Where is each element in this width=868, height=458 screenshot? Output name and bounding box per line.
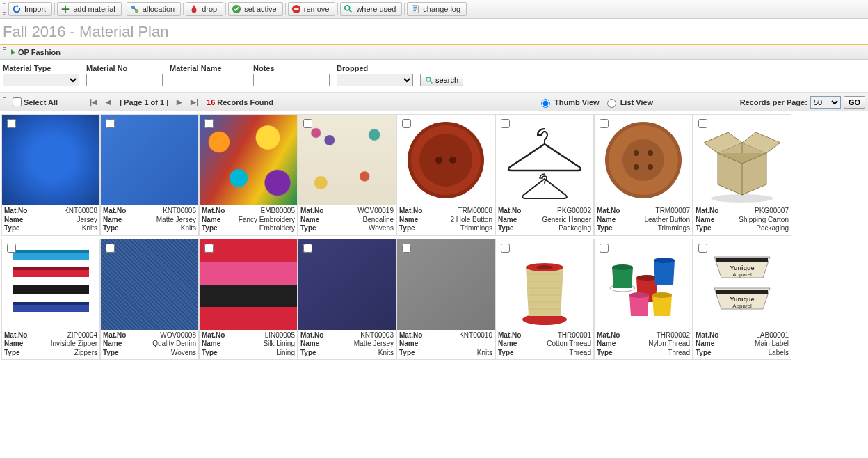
material-select-checkbox[interactable]	[7, 119, 16, 128]
material-meta: Mat.NoWOV00019 NameBengaline TypeWovens	[298, 205, 396, 235]
material-card[interactable]: Mat.NoZIP00004 NameInvisible Zipper Type…	[1, 239, 100, 361]
set-active-button[interactable]: set active	[228, 2, 282, 16]
drop-label: drop	[202, 5, 217, 13]
material-thumbnail	[397, 239, 495, 330]
material-card[interactable]: Mat.NoPKG00007 NameShipping Carton TypeP…	[693, 114, 791, 236]
material-card[interactable]: Mat.NoLAB00001 NameMain Label TypeLabels	[693, 239, 791, 361]
material-card[interactable]: Mat.NoTHR00001 NameCotton Thread TypeThr…	[495, 239, 594, 361]
filter-material-type-select[interactable]	[3, 74, 79, 86]
remove-icon	[291, 4, 301, 14]
material-select-checkbox[interactable]	[106, 119, 115, 128]
rpp-label: Records per Page:	[740, 98, 807, 106]
material-meta: Mat.NoTHR00002 NameNylon Thread TypeThre…	[595, 330, 692, 360]
material-card[interactable]: Mat.NoLIN00005 NameSilk Lining TypeLinin…	[199, 239, 298, 361]
type-value: Zippers	[38, 349, 97, 358]
material-thumbnail	[595, 239, 692, 330]
name-label: Name	[597, 340, 630, 349]
material-card[interactable]: Mat.NoKNT00008 NameJersey TypeKnits	[1, 114, 100, 236]
material-thumbnail	[298, 115, 396, 205]
material-select-checkbox[interactable]	[303, 119, 312, 128]
material-thumbnail	[2, 239, 99, 330]
type-value: Knits	[38, 224, 97, 233]
filter-material-name-input[interactable]	[170, 74, 246, 86]
name-label: Name	[202, 340, 235, 349]
material-thumbnail	[397, 115, 495, 205]
material-card[interactable]: Mat.NoKNT00006 NameMatte Jersey TypeKnit…	[100, 114, 199, 236]
records-count: 16	[207, 98, 215, 106]
type-label: Type	[696, 224, 729, 233]
material-card[interactable]: Mat.NoTRM00007 NameLeather Button TypeTr…	[594, 114, 693, 236]
matno-label: Mat.No	[202, 331, 235, 340]
list-view-radio[interactable]	[607, 99, 616, 108]
material-thumbnail	[200, 115, 297, 205]
page-title: Fall 2016 - Material Plan	[0, 19, 868, 45]
import-button[interactable]: Import	[8, 2, 52, 16]
matno-value: ZIP00004	[38, 331, 97, 340]
name-value: Jersey	[38, 216, 97, 225]
material-select-checkbox[interactable]	[698, 244, 707, 253]
material-select-checkbox[interactable]	[600, 244, 609, 253]
material-meta: Mat.NoKNT00003 NameMatte Jersey TypeKnit…	[298, 330, 396, 360]
material-select-checkbox[interactable]	[7, 244, 16, 253]
add-material-button[interactable]: add material	[57, 2, 122, 16]
page-last-icon[interactable]: ▶|	[191, 98, 198, 106]
matno-label: Mat.No	[498, 207, 531, 216]
material-card[interactable]: Mat.NoWOV00008 NameQuality Denim TypeWov…	[100, 239, 199, 361]
pager-bar: Select All |◀ ◀ | Page 1 of 1 | ▶ ▶| 16 …	[0, 93, 868, 111]
breadcrumb-text: OP Fashion	[18, 48, 61, 56]
type-value: Wovens	[334, 224, 394, 233]
material-select-checkbox[interactable]	[402, 119, 411, 128]
matno-label: Mat.No	[202, 207, 235, 216]
thumb-view-label: Thumb View	[554, 98, 600, 106]
page-first-icon[interactable]: |◀	[90, 98, 97, 106]
expand-icon[interactable]	[11, 49, 15, 55]
material-select-checkbox[interactable]	[106, 244, 115, 253]
allocation-button[interactable]: allocation	[127, 2, 181, 16]
where-used-button[interactable]: where used	[340, 2, 402, 16]
remove-button[interactable]: remove	[288, 2, 336, 16]
thumb-view-radio[interactable]	[541, 99, 550, 108]
material-card[interactable]: Mat.NoWOV00019 NameBengaline TypeWovens	[298, 114, 396, 236]
drop-button[interactable]: drop	[186, 2, 223, 16]
name-label: Name	[103, 340, 136, 349]
material-thumbnail	[101, 239, 198, 330]
material-select-checkbox[interactable]	[402, 244, 411, 253]
material-select-checkbox[interactable]	[501, 244, 510, 253]
material-meta: Mat.NoPKG00007 NameShipping Carton TypeP…	[693, 205, 791, 235]
matno-label: Mat.No	[696, 331, 729, 340]
material-select-checkbox[interactable]	[698, 119, 707, 128]
filter-material-no-label: Material No	[86, 64, 163, 74]
filter-dropped-select[interactable]	[337, 74, 413, 86]
matno-value: PKG00007	[729, 207, 789, 216]
type-value: Embroidery	[235, 224, 295, 233]
rpp-select[interactable]: 50	[810, 96, 841, 109]
type-label: Type	[300, 349, 334, 358]
material-select-checkbox[interactable]	[303, 244, 312, 253]
name-value: Leather Button	[630, 216, 690, 225]
material-select-checkbox[interactable]	[501, 119, 510, 128]
filter-material-no-input[interactable]	[86, 74, 163, 86]
material-card[interactable]: Mat.NoEMB00005 NameFancy Embroidery Type…	[199, 114, 298, 236]
material-select-checkbox[interactable]	[204, 244, 214, 253]
matno-value: TRM00008	[433, 207, 492, 216]
select-all-checkbox[interactable]	[13, 97, 22, 106]
page-next-icon[interactable]: ▶	[177, 98, 182, 106]
material-card[interactable]: Mat.NoTRM00008 Name2 Hole Button TypeTri…	[396, 114, 495, 236]
filter-notes-input[interactable]	[253, 74, 330, 86]
material-card[interactable]: Mat.NoTHR00002 NameNylon Thread TypeThre…	[594, 239, 693, 361]
type-label: Type	[399, 224, 433, 233]
material-select-checkbox[interactable]	[600, 119, 609, 128]
name-value: Main Label	[729, 340, 789, 349]
material-card[interactable]: Mat.NoPKG00002 NameGeneric Hanger TypePa…	[495, 114, 594, 236]
go-button[interactable]: GO	[844, 96, 865, 109]
material-card[interactable]: Mat.NoKNT00003 NameMatte Jersey TypeKnit…	[298, 239, 396, 361]
page-prev-icon[interactable]: ◀	[106, 98, 111, 106]
drop-icon	[189, 4, 199, 14]
name-value: Shipping Carton	[729, 216, 789, 225]
material-select-checkbox[interactable]	[204, 119, 214, 128]
name-value: 2 Hole Button	[433, 216, 492, 225]
material-card[interactable]: Mat.NoKNT00010 Name TypeKnits	[396, 239, 495, 361]
change-log-button[interactable]: change log	[407, 2, 467, 16]
search-button[interactable]: search	[420, 74, 463, 86]
name-label: Name	[300, 216, 334, 225]
